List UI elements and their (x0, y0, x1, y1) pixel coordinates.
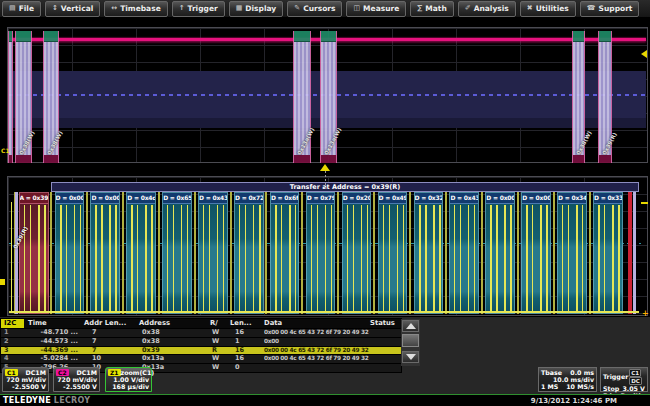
stop-condition-stripe (628, 192, 632, 314)
data-box: D = 0x34 (557, 192, 587, 314)
menu-label-math: Math (425, 4, 446, 13)
z1-position-marker[interactable] (0, 279, 5, 285)
address-box: A = 0x39 (19, 192, 49, 314)
burst-top-cap (321, 31, 336, 42)
protocol-corner-cell[interactable]: I2C (1, 319, 24, 328)
bottom-panel: I2C Time Addr Len... Address R/ Len... D… (0, 317, 650, 394)
c1-offset: -2.5500 V (5, 383, 46, 390)
menu-measure[interactable]: ◫Measure (346, 1, 406, 17)
table-row[interactable]: 1-48.710 ...70x38W160x00 00 4c 65 43 72 … (1, 328, 401, 337)
burst-bottom-cap (599, 155, 611, 163)
table-scrollbar[interactable] (401, 319, 420, 366)
ack-stripe (122, 192, 124, 314)
ack-stripe (301, 192, 303, 314)
menu-label-support: Support (599, 4, 633, 13)
i2c-burst: 0x39(R) (598, 31, 612, 163)
i2c-burst (8, 31, 13, 163)
burst-top-cap (599, 31, 611, 42)
cell-rw: W (210, 364, 230, 372)
ack-stripe (337, 192, 339, 314)
menu-display[interactable]: ▦Display (229, 1, 284, 17)
data-label: D = 0x43 (450, 193, 478, 204)
menu-analysis[interactable]: ✐Analysis (458, 1, 516, 17)
col-status[interactable]: Status (370, 319, 397, 328)
cell-data: 0x00 00 4c 65 43 72 6f 79 20 49 32 43 00… (264, 329, 370, 337)
menu-label-file: File (19, 4, 34, 13)
menu-label-utilities: Utilities (536, 4, 569, 13)
burst-bottom-cap (573, 155, 584, 163)
data-label: D = 0x79 (307, 193, 335, 204)
scroll-up-button[interactable] (402, 320, 419, 332)
timebase-box[interactable]: Tbase 0.0 ms 10.0 ms/div 1 MS 10 MS/s (538, 367, 597, 392)
sda-pulses (416, 205, 442, 311)
cell-st (370, 338, 397, 346)
cell-len: 16 (230, 355, 264, 363)
timebase-offset: 0.0 ms (570, 369, 594, 376)
ack-stripe (589, 192, 591, 314)
table-row[interactable]: 4-5.0284 ...100x13aW160x00 00 4c 65 43 7… (1, 354, 401, 363)
sda-pulses (523, 205, 549, 311)
ack-stripe (481, 192, 483, 314)
data-box: D = 0x72 (234, 192, 264, 314)
zoom-grid[interactable]: Transfer at Address = 0x39(R) 0x39(R) A … (7, 176, 648, 316)
data-box: D = 0x20 (342, 192, 372, 314)
start-condition-stripe (15, 192, 18, 314)
zoom-level-marker (641, 202, 648, 204)
menu-timebase[interactable]: ↔Timebase (104, 1, 167, 17)
table-rows: 1-48.710 ...70x38W160x00 00 4c 65 43 72 … (1, 328, 401, 372)
ack-stripe (265, 192, 267, 314)
table-header: I2C Time Addr Len... Address R/ Len... D… (1, 319, 401, 328)
menu-utilities[interactable]: ✖Utilities (520, 1, 576, 17)
c2-coupling: DC1M (77, 369, 98, 376)
horizontal-arrows-icon: ↔ (111, 5, 117, 12)
trigger-time-marker[interactable] (320, 164, 330, 171)
sda-pulses (380, 205, 406, 311)
z1-descriptor[interactable]: Z1 zoom(C1) 1.00 V/div 168 µs/div (105, 367, 152, 392)
col-time[interactable]: Time (24, 319, 84, 328)
col-addr-len[interactable]: Addr Len... (84, 319, 139, 328)
c1-position-marker[interactable]: C1 (1, 147, 10, 154)
cell-ad: 0x38 (139, 329, 210, 337)
trigger-box[interactable]: Trigger C1DC Stop 3.05 V Edge Positive (600, 367, 648, 392)
menu-label-cursors: Cursors (303, 4, 335, 13)
sda-pulses (272, 205, 298, 311)
cell-data: 0x00 00 4c 65 43 72 6f 79 20 49 32 43 00… (264, 347, 370, 355)
menu-file[interactable]: ▤File (2, 1, 41, 17)
c1-descriptor[interactable]: C1 DC1M 720 mV/div -2.5500 V (2, 367, 49, 392)
sda-pulses (21, 205, 47, 311)
top-grid[interactable]: 0x38(W)0x38(W)0x13a(W)0x13a(W)0x38(W)0x3… (7, 27, 648, 163)
cell-n: 2 (1, 338, 24, 346)
cell-len: 16 (230, 329, 264, 337)
table-row[interactable]: 3-44.369 ...70x39R160x00 00 4c 65 43 72 … (1, 346, 401, 355)
data-label: D = 0x00 (486, 193, 514, 204)
cell-ad: 0x38 (139, 338, 210, 346)
table-row[interactable]: 2-44.573 ...70x38W10x00 (1, 337, 401, 346)
menu-trigger[interactable]: ↑Trigger (172, 1, 225, 17)
status-bar: TELEDYNE LECROY 9/13/2012 1:24:46 PM (0, 394, 650, 406)
timebase-scale: 10.0 ms/div (553, 376, 594, 383)
data-box: D = 0x79 (306, 192, 336, 314)
burst-top-cap (16, 31, 31, 42)
z1-time-scale: 168 µs/div (108, 383, 149, 390)
trigger-level-marker[interactable] (641, 50, 647, 58)
col-address[interactable]: Address (139, 319, 210, 328)
menu-support[interactable]: ☎Support (580, 1, 640, 17)
scroll-down-button[interactable] (402, 351, 419, 363)
cell-len: 0 (230, 364, 264, 372)
data-label: D = 0x32 (415, 193, 443, 204)
sda-pulses (559, 205, 585, 311)
brand-teledyne: TELEDYNE (3, 396, 51, 405)
ack-stripe (50, 192, 52, 314)
col-data[interactable]: Data (264, 319, 370, 328)
col-rw[interactable]: R/ (210, 319, 230, 328)
scrollbar-thumb[interactable] (402, 334, 419, 347)
col-len[interactable]: Len... (230, 319, 264, 328)
menu-cursors[interactable]: ✎Cursors (287, 1, 342, 17)
menu-vertical[interactable]: ↕Vertical (45, 1, 100, 17)
cell-st (370, 355, 397, 363)
menu-math[interactable]: ∑Math (410, 1, 453, 17)
c2-descriptor[interactable]: C2 DC1M 720 mV/div -2.5500 V (53, 367, 100, 392)
math-icon: ∑ (417, 5, 422, 12)
data-label: D = 0x00 (56, 193, 84, 204)
brand-lecroy: LECROY (54, 396, 91, 405)
